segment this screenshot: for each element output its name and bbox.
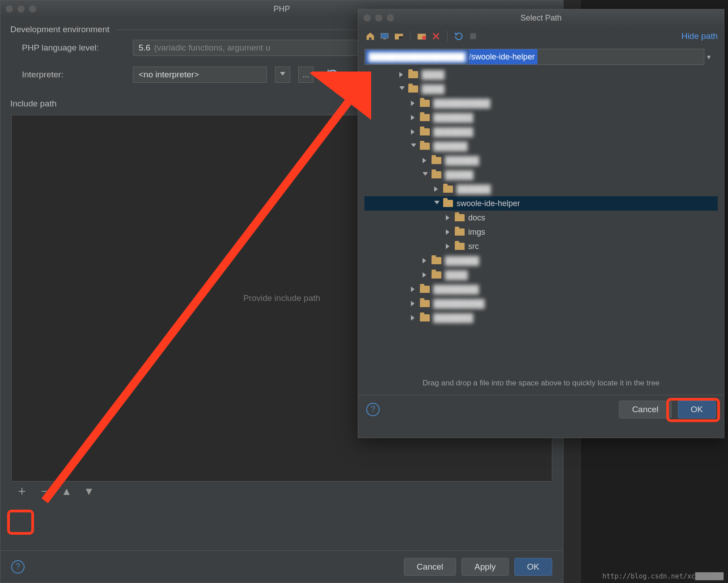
- desktop-icon[interactable]: [379, 30, 390, 42]
- tree-item-label: ███████: [433, 113, 473, 123]
- tree-item-label: █████: [445, 170, 474, 180]
- zoom-dot-icon[interactable]: [29, 5, 36, 13]
- help-button[interactable]: ?: [11, 560, 25, 574]
- chevron-right-icon: [411, 287, 416, 292]
- close-dot-icon[interactable]: [6, 5, 13, 13]
- tree-item[interactable]: ███████: [364, 125, 718, 139]
- include-path-toolbar: + − ▲ ▼: [11, 482, 552, 501]
- tree-item[interactable]: █████: [364, 168, 718, 182]
- chevron-right-icon: [446, 229, 451, 235]
- tree-item-label: ████: [445, 270, 468, 280]
- tree-item-label: ██████: [457, 185, 491, 194]
- folder-icon: [420, 314, 430, 321]
- chevron-right-icon: [434, 186, 440, 192]
- tree-item[interactable]: ████: [364, 268, 718, 282]
- zoom-dot-icon[interactable]: [387, 14, 394, 21]
- interpreter-select[interactable]: <no interpreter>: [133, 67, 267, 83]
- tree-item[interactable]: swoole-ide-helper: [364, 196, 718, 211]
- project-icon[interactable]: [393, 30, 405, 42]
- hide-path-link[interactable]: Hide path: [681, 31, 718, 41]
- select-path-window: Select Path Hide path █████████████████ …: [358, 9, 724, 438]
- chevron-right-icon: [411, 101, 416, 106]
- folder-icon: [420, 300, 430, 307]
- button-label: Cancel: [417, 562, 443, 572]
- chevron-right-icon: [423, 272, 428, 278]
- close-dot-icon[interactable]: [364, 14, 371, 21]
- remove-button[interactable]: −: [38, 485, 51, 498]
- tree-item[interactable]: ████: [364, 82, 718, 96]
- tree-item-label: ██████: [445, 256, 479, 266]
- tree-item[interactable]: ██████: [364, 253, 718, 268]
- tree-item[interactable]: src: [364, 239, 718, 253]
- path-input[interactable]: █████████████████ /swoole-ide-helper: [364, 49, 704, 65]
- move-down-button[interactable]: ▼: [83, 485, 95, 498]
- minimize-dot-icon[interactable]: [375, 14, 382, 21]
- history-dropdown-icon[interactable]: ▾: [707, 53, 718, 61]
- tree-item[interactable]: █████████: [364, 296, 718, 311]
- chevron-right-icon: [423, 258, 428, 263]
- chevron-right-icon: [411, 115, 416, 120]
- tree-item[interactable]: docs: [364, 211, 718, 225]
- folder-icon: [432, 257, 441, 264]
- watermark: http://blog.csdn.net/xc███████: [602, 572, 724, 580]
- tree-item[interactable]: ██████: [364, 182, 718, 196]
- chevron-down-icon: [423, 172, 428, 177]
- tree-item-label: ████: [422, 70, 444, 80]
- titlebar: Select Path: [358, 9, 724, 26]
- refresh-icon[interactable]: [453, 30, 465, 42]
- tree-item[interactable]: ██████: [364, 139, 718, 153]
- folder-icon: [455, 214, 465, 221]
- tree-item[interactable]: ██████: [364, 153, 718, 168]
- section-label: Development environment: [10, 25, 110, 34]
- ok-button[interactable]: OK: [514, 558, 552, 576]
- cancel-button[interactable]: Cancel: [619, 401, 671, 418]
- separator: [410, 31, 411, 42]
- svg-rect-3: [399, 36, 403, 39]
- interpreter-value: <no interpreter>: [139, 70, 199, 80]
- chevron-down-icon: [434, 201, 440, 206]
- chevron-right-icon: [399, 72, 405, 77]
- tree-item[interactable]: ███████: [364, 110, 718, 125]
- show-hidden-icon[interactable]: [467, 30, 479, 42]
- path-input-row: █████████████████ /swoole-ide-helper ▾: [364, 49, 718, 65]
- interpreter-browse-button[interactable]: ...: [298, 67, 313, 83]
- link-label: Hide path: [681, 31, 718, 41]
- chevron-down-icon: [411, 144, 416, 149]
- tree-item[interactable]: imgs: [364, 225, 718, 239]
- button-label: OK: [527, 562, 539, 572]
- interpreter-dropdown-button[interactable]: [275, 67, 290, 83]
- minimize-dot-icon[interactable]: [17, 5, 25, 13]
- chevron-right-icon: [411, 129, 416, 135]
- window-title: Select Path: [521, 13, 562, 23]
- tree-item[interactable]: ██████████: [364, 96, 718, 110]
- tree-item[interactable]: ████: [364, 68, 718, 82]
- dialog-buttons: ? Cancel OK: [358, 395, 724, 423]
- help-button[interactable]: ?: [366, 403, 380, 416]
- apply-button[interactable]: Apply: [461, 558, 509, 576]
- language-level-value: 5.6: [139, 43, 150, 53]
- folder-icon: [432, 271, 441, 279]
- tree-item[interactable]: ████████: [364, 282, 718, 296]
- file-tree[interactable]: ████████████████████████████████████████…: [364, 68, 718, 372]
- button-label: Apply: [474, 562, 496, 572]
- cancel-button[interactable]: Cancel: [404, 558, 456, 576]
- tree-item-label: ██████████: [433, 99, 491, 108]
- window-controls: [6, 5, 36, 13]
- tree-item[interactable]: ███████: [364, 311, 718, 325]
- new-folder-icon[interactable]: [416, 30, 427, 42]
- tree-item-label: docs: [468, 213, 485, 223]
- chevron-right-icon: [446, 244, 451, 249]
- refresh-icon[interactable]: [326, 68, 339, 81]
- folder-icon: [420, 128, 430, 135]
- chevron-right-icon: [411, 301, 416, 306]
- home-icon[interactable]: [364, 30, 376, 42]
- ok-button[interactable]: OK: [678, 401, 716, 418]
- add-button[interactable]: +: [16, 485, 28, 498]
- language-level-label: PHP language level:: [22, 43, 125, 53]
- delete-icon[interactable]: [430, 30, 442, 42]
- move-up-button[interactable]: ▲: [60, 485, 73, 498]
- svg-point-5: [422, 36, 426, 40]
- window-title: PHP: [273, 4, 290, 14]
- tree-item-label: ██████: [433, 142, 468, 151]
- folder-icon: [443, 186, 453, 193]
